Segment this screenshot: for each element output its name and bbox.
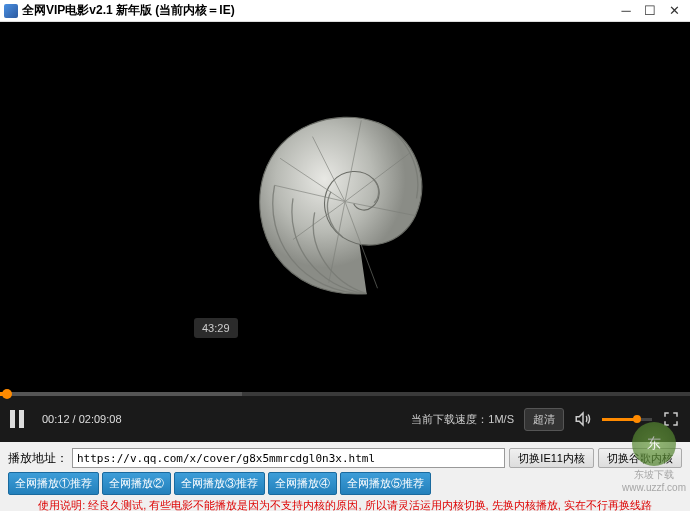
total-time: 02:09:08 — [79, 413, 122, 425]
progress-bar[interactable] — [0, 392, 690, 396]
play-source-2[interactable]: 全网播放② — [102, 472, 171, 495]
player-controls: 00:12 / 02:09:08 当前下载速度：1M/S 超清 — [0, 396, 690, 442]
time-display: 00:12 / 02:09:08 — [42, 413, 122, 425]
volume-fill — [602, 418, 637, 421]
volume-thumb[interactable] — [633, 415, 641, 423]
maximize-button[interactable]: ☐ — [638, 2, 662, 20]
usage-notice: 使用说明: 经良久测试, 有些电影不能播放是因为不支持内核的原因, 所以请灵活运… — [8, 498, 682, 511]
window-title: 全网VIP电影v2.1 新年版 (当前内核＝IE) — [22, 2, 614, 19]
play-source-4[interactable]: 全网播放④ — [268, 472, 337, 495]
play-source-3[interactable]: 全网播放③推荐 — [174, 472, 265, 495]
title-bar: 全网VIP电影v2.1 新年版 (当前内核＝IE) ─ ☐ ✕ — [0, 0, 690, 22]
play-source-1[interactable]: 全网播放①推荐 — [8, 472, 99, 495]
seek-tooltip: 43:29 — [194, 318, 238, 338]
bottom-panel: 播放地址： 切换IE11内核 切换谷歌内核 全网播放①推荐 全网播放② 全网播放… — [0, 442, 690, 511]
quality-button[interactable]: 超清 — [524, 408, 564, 431]
volume-icon[interactable] — [574, 410, 592, 428]
url-row: 播放地址： 切换IE11内核 切换谷歌内核 — [8, 448, 682, 468]
switch-ie-button[interactable]: 切换IE11内核 — [509, 448, 594, 468]
app-icon — [4, 4, 18, 18]
fullscreen-icon[interactable] — [662, 410, 680, 428]
pause-button[interactable] — [10, 408, 32, 430]
download-speed: 当前下载速度：1M/S — [411, 412, 514, 427]
close-button[interactable]: ✕ — [662, 2, 686, 20]
volume-slider[interactable] — [602, 418, 652, 421]
video-player: 43:29 00:12 / 02:09:08 当前下载速度：1M/S 超清 — [0, 22, 690, 442]
url-input[interactable] — [72, 448, 505, 468]
switch-chrome-button[interactable]: 切换谷歌内核 — [598, 448, 682, 468]
video-frame-image — [215, 77, 475, 337]
play-source-row: 全网播放①推荐 全网播放② 全网播放③推荐 全网播放④ 全网播放⑤推荐 — [8, 472, 682, 495]
progress-buffer — [0, 392, 242, 396]
play-source-5[interactable]: 全网播放⑤推荐 — [340, 472, 431, 495]
minimize-button[interactable]: ─ — [614, 2, 638, 20]
url-label: 播放地址： — [8, 450, 68, 467]
current-time: 00:12 — [42, 413, 70, 425]
video-canvas[interactable]: 43:29 — [0, 22, 690, 392]
progress-thumb[interactable] — [2, 389, 12, 399]
